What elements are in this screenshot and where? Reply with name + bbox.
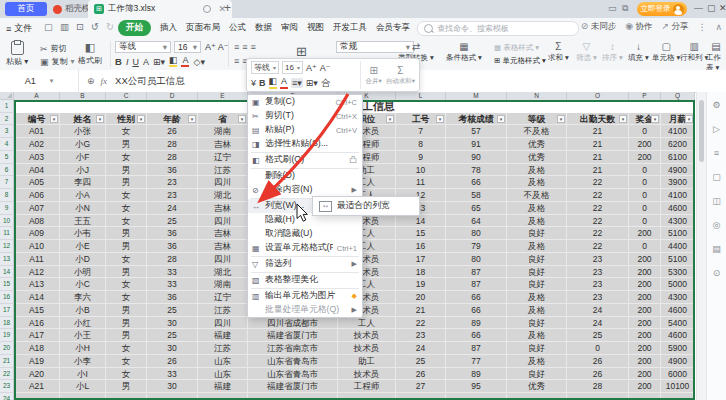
cell[interactable]: 女 (106, 189, 147, 202)
row-header-4[interactable]: 4 (0, 138, 14, 151)
ribbon-group-排序[interactable]: ↕排序 ▾ (602, 42, 623, 63)
cell[interactable]: 26 (147, 355, 198, 368)
cell[interactable]: 22 (567, 189, 629, 202)
cell[interactable]: 5300 (661, 266, 695, 279)
context-menu-item-复制[interactable]: ▣复制(C)Ctrl+C (248, 95, 362, 109)
cell[interactable] (147, 393, 198, 400)
cell[interactable]: 4300 (661, 215, 695, 228)
cell[interactable]: 小J (60, 164, 106, 177)
header-cell-考核成绩[interactable]: 考核成绩▾ (446, 113, 507, 126)
cell[interactable]: 23 (567, 253, 629, 266)
cell[interactable]: 男 (106, 304, 147, 317)
cell[interactable]: 89 (446, 368, 507, 381)
row-header-2[interactable]: 2 (0, 113, 14, 126)
cell[interactable]: 36 (147, 164, 198, 177)
cell[interactable]: 良好 (507, 342, 567, 355)
cell[interactable] (507, 393, 567, 400)
target-icon[interactable]: ◎ (713, 220, 721, 230)
column-header-Q[interactable]: Q (661, 92, 695, 100)
cell[interactable]: 23 (567, 278, 629, 291)
cell[interactable]: 30 (147, 342, 198, 355)
cell[interactable]: 23 (396, 329, 446, 342)
export-icon[interactable]: ▥ (60, 21, 69, 32)
cell[interactable]: 福建 (198, 380, 248, 393)
panel-icon[interactable]: ▢ (712, 172, 721, 182)
cell[interactable]: 江苏省南京市 (248, 342, 338, 355)
cell[interactable]: 男 (106, 317, 147, 330)
context-menu-item-筛选列[interactable]: ▽筛选列▶ (248, 257, 362, 271)
cell[interactable]: 吉林 (198, 202, 248, 215)
cell[interactable]: 24 (147, 202, 198, 215)
cell[interactable]: 5000 (661, 278, 695, 291)
cell[interactable]: A21 (14, 380, 60, 393)
row-header-8[interactable]: 8 (0, 189, 14, 202)
column-header-B[interactable]: B (60, 92, 106, 100)
menu-tab-公式[interactable]: 公式 (229, 22, 246, 34)
cell[interactable]: 助工 (338, 355, 396, 368)
cell[interactable]: 22 (567, 176, 629, 189)
cell[interactable]: 山东 (198, 368, 248, 381)
filter-dropdown-icon[interactable]: ▾ (619, 115, 627, 123)
context-menu-item-表格整理美化[interactable]: ▧表格整理美化 (248, 273, 362, 287)
cell[interactable]: 4600 (661, 202, 695, 215)
redo-icon[interactable]: ↻ (106, 21, 114, 32)
cell[interactable]: A14 (14, 291, 60, 304)
cell[interactable]: 5900 (661, 342, 695, 355)
cell[interactable]: 87 (446, 278, 507, 291)
ribbon-group-求和[interactable]: Σ求和 ▾ (548, 42, 569, 63)
mini-autosum-button[interactable]: Σ自动求和▾ (386, 61, 415, 89)
cell[interactable]: 26 (147, 125, 198, 138)
cell[interactable]: 8 (396, 138, 446, 151)
mini-merge-icon[interactable]: 合 (321, 78, 330, 88)
cell[interactable]: 11 (396, 176, 446, 189)
cell[interactable]: 山东省青岛市 (248, 368, 338, 381)
cell[interactable]: 87 (446, 266, 507, 279)
cell[interactable] (14, 393, 60, 400)
cell[interactable] (106, 393, 147, 400)
cell[interactable]: 良好 (507, 227, 567, 240)
filter-dropdown-icon[interactable]: ▾ (96, 115, 104, 123)
cell[interactable]: 小G (60, 138, 106, 151)
cell[interactable]: A20 (14, 368, 60, 381)
cell[interactable]: 200 (629, 227, 661, 240)
cell[interactable]: 小C (60, 278, 106, 291)
cell[interactable]: 57 (446, 125, 507, 138)
row-header-23[interactable]: 23 (0, 380, 14, 393)
cell[interactable]: 四川 (198, 253, 248, 266)
cell[interactable]: 5400 (661, 317, 695, 330)
cell[interactable]: 0 (629, 202, 661, 215)
mini-fill-color-button[interactable]: ◧ (269, 76, 278, 89)
undo-icon[interactable]: ↺ (91, 21, 99, 32)
cell[interactable]: 湖南 (198, 278, 248, 291)
cell[interactable]: 22 (567, 215, 629, 228)
maximize-button[interactable]: ▢ (707, 3, 716, 13)
cell[interactable]: 66 (446, 329, 507, 342)
cell[interactable]: 0 (629, 176, 661, 189)
cell[interactable]: 湖北 (198, 266, 248, 279)
header-cell-工号[interactable]: 工号▾ (396, 113, 446, 126)
cell[interactable]: 28 (147, 151, 198, 164)
cell[interactable]: 男 (106, 138, 147, 151)
header-cell-姓名[interactable]: 姓名▾ (60, 113, 106, 126)
row-header-19[interactable]: 19 (0, 329, 14, 342)
cell[interactable]: 吉林 (198, 240, 248, 253)
cell[interactable]: 4100 (661, 125, 695, 138)
cell[interactable]: 女 (106, 151, 147, 164)
cell[interactable]: 33 (147, 278, 198, 291)
merge-center-icon[interactable]: ⊞ (296, 44, 307, 59)
cell[interactable]: 26 (567, 355, 629, 368)
cell[interactable]: 福建省厦门市 (248, 329, 338, 342)
cell[interactable]: 80 (446, 227, 507, 240)
cell[interactable]: 吉林 (198, 227, 248, 240)
cell[interactable]: 36 (147, 227, 198, 240)
cell[interactable]: 4900 (661, 164, 695, 177)
formula-input[interactable]: XX公司员工信息 (115, 75, 185, 88)
cell[interactable]: 10 (396, 164, 446, 177)
login-button[interactable]: 立即登录 (637, 2, 687, 16)
row-header-3[interactable]: 3 (0, 125, 14, 138)
cell[interactable]: 及格 (507, 202, 567, 215)
row-header-20[interactable]: 20 (0, 342, 14, 355)
cell[interactable]: 23 (567, 266, 629, 279)
cell[interactable]: 山东省青岛市 (248, 355, 338, 368)
command-search[interactable]: 查找命令、搜索模板 (417, 21, 579, 36)
